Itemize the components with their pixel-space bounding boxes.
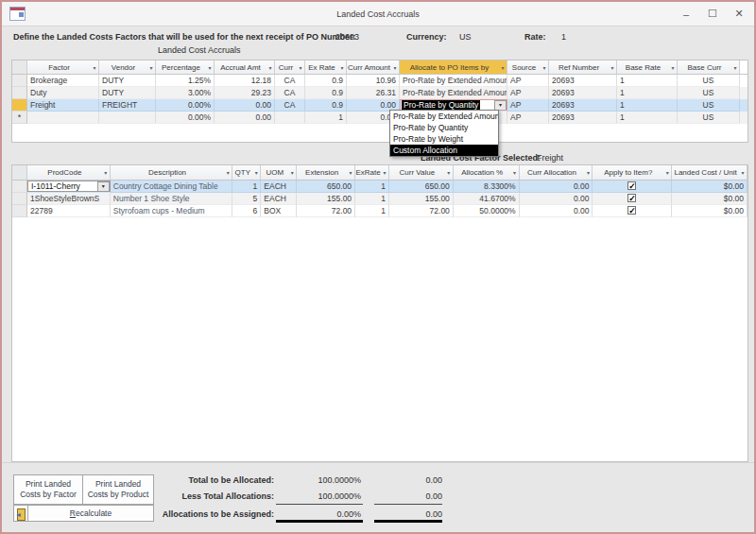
cell-qty[interactable]: 6 xyxy=(232,205,261,217)
cell-ref-number[interactable]: 20693 xyxy=(549,112,617,124)
cell-ref-number[interactable]: 20693 xyxy=(549,87,617,99)
column-header-uom[interactable]: UOM▾ xyxy=(261,165,297,180)
cell-ex-rate[interactable]: 0.9 xyxy=(305,75,347,87)
cell-base-curr[interactable]: US xyxy=(678,87,740,99)
column-header-curr-amount[interactable]: Curr Amount▾ xyxy=(347,60,400,74)
column-header-ref-number[interactable]: Ref Number▾ xyxy=(549,60,617,74)
cell-percentage[interactable]: 0.00% xyxy=(156,99,215,112)
cell-prodcode[interactable]: 22789 xyxy=(27,205,111,217)
cell-allocation[interactable]: 50.0000% xyxy=(454,205,520,217)
cell-prodcode[interactable]: 1ShoeStyleBrownS xyxy=(27,193,111,205)
cell-uom[interactable]: EACH xyxy=(261,193,297,205)
po-number-value[interactable]: 20693 xyxy=(335,32,359,42)
dropdown-option-custom-allocation[interactable]: Custom Allocation xyxy=(390,145,498,156)
cell-exrate[interactable]: 1 xyxy=(355,205,389,217)
maximize-button[interactable]: ☐ xyxy=(705,7,720,22)
combo-dropdown-button[interactable]: ▾ xyxy=(97,181,110,192)
row-selector[interactable] xyxy=(12,99,27,112)
row-selector[interactable] xyxy=(12,205,27,217)
column-header-factor[interactable]: Factor▾ xyxy=(27,60,99,74)
column-header-base-curr[interactable]: Base Curr▾ xyxy=(678,60,740,74)
row-selector[interactable] xyxy=(12,75,27,87)
column-header-curr-allocation[interactable]: Curr Allocation▾ xyxy=(520,165,593,180)
dropdown-option-pro-rate-by-extended-amount[interactable]: Pro-Rate by Extended Amount xyxy=(390,111,498,122)
cell-vendor[interactable] xyxy=(99,112,156,124)
column-header-curr[interactable]: Curr▾ xyxy=(275,60,305,74)
cell-percentage[interactable]: 1.25% xyxy=(156,75,215,87)
minimize-button[interactable]: – xyxy=(679,7,694,22)
cell-factor[interactable]: Freight xyxy=(27,99,99,112)
cell-curr-value[interactable]: 72.00 xyxy=(389,205,454,217)
cell-factor[interactable]: Brokerage xyxy=(27,75,99,87)
column-header-ex-rate[interactable]: Ex Rate▾ xyxy=(305,60,347,74)
column-header-apply-to-item[interactable]: Apply to Item?▾ xyxy=(593,165,672,180)
cell-factor[interactable]: Duty xyxy=(27,87,99,99)
cell-accrual-amt[interactable]: 12.18 xyxy=(215,75,275,87)
dropdown-option-pro-rate-by-quantity[interactable]: Pro-Rate by Quantity xyxy=(390,122,498,133)
cell-base-rate[interactable]: 1 xyxy=(617,99,678,112)
cell-description[interactable]: Styrofoam cups - Medium xyxy=(111,205,233,217)
cell-landed-cost-unit[interactable]: $0.00 xyxy=(672,181,747,193)
currency-value[interactable]: US xyxy=(459,32,472,42)
cell-curr-amount[interactable]: 10.96 xyxy=(347,75,400,87)
column-header-accrual-amt[interactable]: Accrual Amt▾ xyxy=(215,60,275,74)
column-header-source[interactable]: Source▾ xyxy=(507,60,549,74)
dropdown-option-pro-rate-by-weight[interactable]: Pro-Rate by Weight xyxy=(390,133,498,145)
cell-base-rate[interactable]: 1 xyxy=(617,112,678,124)
cell-allocation[interactable]: 8.3300% xyxy=(454,181,520,193)
cell-extension[interactable]: 72.00 xyxy=(297,205,355,217)
cell-landed-cost-unit[interactable]: $0.00 xyxy=(672,205,747,217)
exit-button[interactable]: ◄ xyxy=(13,505,28,522)
cell-uom[interactable]: EACH xyxy=(261,181,297,193)
combo-prodcode[interactable]: I-1011-Cherry▾ xyxy=(27,181,111,192)
cell-base-rate[interactable]: 1 xyxy=(617,75,678,87)
cell-accrual-amt[interactable]: 0.00 xyxy=(215,99,275,112)
cell-source[interactable]: AP xyxy=(507,99,549,112)
cell-ref-number[interactable]: 20693 xyxy=(549,75,617,87)
cell-percentage[interactable]: 0.00% xyxy=(156,112,215,124)
cell-description[interactable]: Number 1 Shoe Style xyxy=(111,193,233,205)
cell-description[interactable]: Country Cottage Dining Table xyxy=(111,181,233,193)
cell-base-curr[interactable]: US xyxy=(678,75,740,87)
cell-landed-cost-unit[interactable]: $0.00 xyxy=(672,193,747,205)
print-by-factor-button[interactable]: Print Landed Costs by Factor xyxy=(13,474,83,505)
column-header-base-rate[interactable]: Base Rate▾ xyxy=(617,60,678,74)
row-selector[interactable] xyxy=(12,193,27,205)
cell-source[interactable]: AP xyxy=(507,87,549,99)
cell-uom[interactable]: BOX xyxy=(261,205,297,217)
column-header-allocation[interactable]: Allocation %▾ xyxy=(454,165,520,180)
cell-apply-to-item[interactable]: ✓ xyxy=(593,181,672,193)
apply-to-item-checkbox[interactable]: ✓ xyxy=(627,206,636,215)
cell-vendor[interactable]: DUTY xyxy=(99,87,156,99)
combo-dropdown-button[interactable]: ▾ xyxy=(494,100,507,111)
cell-ref-number[interactable]: 20693 xyxy=(549,99,617,112)
rate-value[interactable]: 1 xyxy=(561,32,566,42)
cell-qty[interactable]: 1 xyxy=(232,181,261,193)
cell-vendor[interactable]: FREIGHT xyxy=(99,99,156,112)
column-header-allocate-to-po-items-by[interactable]: Allocate to PO Items by▾ xyxy=(400,60,507,74)
cell-accrual-amt[interactable]: 0.00 xyxy=(215,112,275,124)
column-header-curr-value[interactable]: Curr Value▾ xyxy=(389,165,454,180)
column-header-qty[interactable]: QTY▾ xyxy=(232,165,261,180)
cell-qty[interactable]: 5 xyxy=(232,193,261,205)
cell-allocate-to-po-items-by[interactable]: Pro-Rate by Extended Amount xyxy=(400,87,507,99)
cell-allocate-to-po-items-by[interactable]: Pro-Rate by Extended Amount xyxy=(400,75,507,87)
row-selector[interactable]: * xyxy=(12,112,27,124)
cell-curr-amount[interactable]: 26.31 xyxy=(347,87,400,99)
column-header-landed-cost-unit[interactable]: Landed Cost / Unit▾ xyxy=(672,165,747,180)
cell-exrate[interactable]: 1 xyxy=(355,193,389,205)
cell-curr-allocation[interactable]: 0.00 xyxy=(520,193,593,205)
column-header-extension[interactable]: Extension▾ xyxy=(297,165,355,180)
cell-ex-rate[interactable]: 0.9 xyxy=(305,87,347,99)
cell-percentage[interactable]: 3.00% xyxy=(156,87,215,99)
cell-allocation[interactable]: 41.6700% xyxy=(454,193,520,205)
cell-ex-rate[interactable]: 1 xyxy=(305,112,347,124)
column-header-vendor[interactable]: Vendor▾ xyxy=(99,60,156,74)
cell-base-rate[interactable]: 1 xyxy=(617,87,678,99)
cell-curr-value[interactable]: 650.00 xyxy=(389,181,454,193)
cell-curr-allocation[interactable]: 0.00 xyxy=(520,205,593,217)
column-header-description[interactable]: Description▾ xyxy=(111,165,233,180)
close-button[interactable]: ✕ xyxy=(731,7,747,22)
cell-accrual-amt[interactable]: 29.23 xyxy=(215,87,275,99)
row-selector[interactable] xyxy=(12,181,27,193)
